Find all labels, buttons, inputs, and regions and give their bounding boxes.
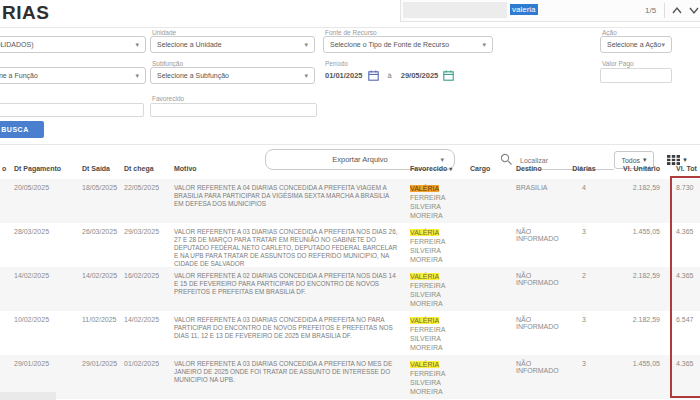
col-header-favorecido-label: Favorecido xyxy=(410,165,447,172)
find-next-icon[interactable] xyxy=(688,6,700,15)
periodo-label: Período xyxy=(325,60,348,67)
periodo-end-date[interactable]: 29/05/2025 xyxy=(401,71,439,80)
calendar-icon[interactable] xyxy=(368,70,379,81)
cell-motivo: VALOR REFERENTE A 03 DIARIAS CONCEDIDA A… xyxy=(174,360,410,399)
page-corner xyxy=(0,392,56,400)
favorecido-rest: FERREIRA SILVEIRA MOREIRA xyxy=(410,370,445,395)
col-header-dt-pagamento[interactable]: Dt Pagamento xyxy=(14,165,82,172)
valor-pago-field[interactable] xyxy=(600,68,672,83)
cell-destino: NÃO INFORMADO xyxy=(516,316,570,355)
funcao-select-value: one a Função xyxy=(0,72,38,79)
cell-dt-saida: 14/02/2025 xyxy=(82,272,124,311)
chevron-down-icon: ▾ xyxy=(661,41,665,49)
subfuncao-label: Subfunção xyxy=(152,60,183,67)
cell-favorecido: VALÉRIA FERREIRA SILVEIRA MOREIRA xyxy=(410,360,470,399)
chevron-down-icon: ▾ xyxy=(135,72,139,80)
cell-vl-unitario: 1.455,05 xyxy=(598,360,660,399)
col-header-destino[interactable]: Destino xyxy=(516,165,570,172)
favorecido-rest: FERREIRA SILVEIRA MOREIRA xyxy=(410,238,445,263)
calendar-icon[interactable] xyxy=(443,70,454,81)
find-highlight: VALÉRIA xyxy=(410,185,439,192)
consolidados-select[interactable]: OLIDADOS) ▾ xyxy=(0,36,146,53)
periodo-start-date[interactable]: 01/01/2025 xyxy=(325,71,363,80)
page-title: RIAS xyxy=(2,2,49,24)
divider xyxy=(664,3,665,18)
cell-vl-unitario: 1.455,05 xyxy=(598,228,660,267)
favorecido-rest: FERREIRA SILVEIRA MOREIRA xyxy=(410,282,445,307)
acao-select-value: Selecione a Ação xyxy=(607,41,661,48)
cell-cargo xyxy=(470,272,516,311)
favorecido-field[interactable] xyxy=(150,103,317,117)
col-header-diarias[interactable]: Diárias xyxy=(570,165,598,172)
chevron-down-icon: ▾ xyxy=(135,41,139,49)
cell-dt-chega: 16/02/2025 xyxy=(124,272,174,311)
diarias-page: valeria 1/5 RIAS OLIDADOS) ▾ Unidade Sel… xyxy=(0,0,700,400)
cell-vl-total: 8.730 xyxy=(660,184,698,223)
find-highlight: VALÉRIA xyxy=(410,361,439,368)
find-input[interactable] xyxy=(403,2,507,18)
cell-motivo: VALOR REFERENTE A 02 DIARIAS CONCEDIDA A… xyxy=(174,272,410,311)
cell-diarias: 3 xyxy=(570,228,598,267)
fonte-recurso-select[interactable]: Selecione o Tipo de Fonte de Recurso ▾ xyxy=(323,36,493,53)
cell-destino: NÃO INFORMADO xyxy=(516,272,570,311)
cell-dt-saida: 18/05/2025 xyxy=(82,184,124,223)
favorecido-rest: FERREIRA SILVEIRA MOREIRA xyxy=(410,326,445,351)
cell-dt-chega: 22/05/2025 xyxy=(124,184,174,223)
cell-destino: NÃO INFORMADO xyxy=(516,228,570,267)
cell-dt-chega: 14/02/2025 xyxy=(124,316,174,355)
cell-vl-total: 6.547 xyxy=(660,316,698,355)
find-query[interactable]: valeria xyxy=(510,4,538,15)
chevron-down-icon: ▾ xyxy=(683,156,687,164)
find-previous-icon[interactable] xyxy=(671,6,683,15)
table-row[interactable]: 14/02/2025 14/02/2025 16/02/2025 VALOR R… xyxy=(0,267,700,311)
col-header-vl-total[interactable]: Vl. Tot xyxy=(660,165,698,172)
busca-button[interactable]: BUSCA xyxy=(0,121,44,138)
divider xyxy=(0,144,700,145)
cell-favorecido: VALÉRIA FERREIRA SILVEIRA MOREIRA xyxy=(410,184,470,223)
table-row[interactable]: 10/02/2025 11/02/2025 14/02/2025 VALOR R… xyxy=(0,311,700,355)
left-cut-field[interactable] xyxy=(0,103,144,117)
col-header-vl-unitario[interactable]: Vl. Unitário xyxy=(598,165,660,172)
export-arquivo-label: Exportar Arquivo xyxy=(332,155,387,164)
find-highlight: VALÉRIA xyxy=(410,273,439,280)
cell-diarias: 3 xyxy=(570,316,598,355)
funcao-select[interactable]: one a Função ▾ xyxy=(0,67,146,84)
cell-dt-saida: 26/03/2025 xyxy=(82,228,124,267)
table-row[interactable]: 20/05/2025 18/05/2025 22/05/2025 VALOR R… xyxy=(0,179,700,223)
table-row[interactable]: 29/01/2025 29/01/2025 01/02/2025 VALOR R… xyxy=(0,355,700,399)
sort-down-icon: ▾ xyxy=(449,166,452,172)
cell-dt-pagamento: 14/02/2025 xyxy=(14,272,82,311)
unidade-select[interactable]: Selecione a Unidade ▾ xyxy=(150,36,315,53)
valor-pago-label: Valor Pago xyxy=(602,60,634,67)
cell-motivo: VALOR REFERENTE A 04 DIARIAS CONCEDIDA A… xyxy=(174,184,410,223)
cell-destino: BRASILIA xyxy=(516,184,570,223)
cell-dt-chega: 29/03/2025 xyxy=(124,228,174,267)
cell-dt-chega: 01/02/2025 xyxy=(124,360,174,399)
cell-diarias: 4 xyxy=(570,184,598,223)
chevron-down-icon: ▾ xyxy=(482,41,486,49)
cell-cut xyxy=(2,184,14,223)
table-row[interactable]: 28/03/2025 26/03/2025 29/03/2025 VALOR R… xyxy=(0,223,700,267)
col-header-favorecido[interactable]: Favorecido▾ xyxy=(410,165,470,172)
browser-find-bar: valeria 1/5 xyxy=(400,0,700,22)
col-header-dt-saida[interactable]: Dt Saída xyxy=(82,165,124,172)
cell-dt-saida: 11/02/2025 xyxy=(82,316,124,355)
favorecido-label: Favorecido xyxy=(152,95,184,102)
chevron-down-icon: ▾ xyxy=(304,72,308,80)
col-header-motivo[interactable]: Motivo xyxy=(174,165,410,172)
col-header-dt-chega[interactable]: Dt chega xyxy=(124,165,174,172)
col-header-cargo[interactable]: Cargo xyxy=(470,165,516,172)
cell-cut xyxy=(2,228,14,267)
cell-favorecido: VALÉRIA FERREIRA SILVEIRA MOREIRA xyxy=(410,316,470,355)
cell-cargo xyxy=(470,228,516,267)
cell-vl-unitario: 2.182,59 xyxy=(598,184,660,223)
columns-grid-icon xyxy=(667,155,680,165)
subfuncao-select[interactable]: Selecione a Subfunção ▾ xyxy=(150,67,315,84)
acao-select[interactable]: Selecione a Ação ▾ xyxy=(600,36,672,53)
find-highlight: VALÉRIA xyxy=(410,317,439,324)
chevron-down-icon: ▾ xyxy=(304,41,308,49)
chevron-down-icon: ▾ xyxy=(643,156,647,164)
cell-vl-unitario: 2.182,59 xyxy=(598,272,660,311)
cell-favorecido: VALÉRIA FERREIRA SILVEIRA MOREIRA xyxy=(410,272,470,311)
unidade-label: Unidade xyxy=(152,29,176,36)
